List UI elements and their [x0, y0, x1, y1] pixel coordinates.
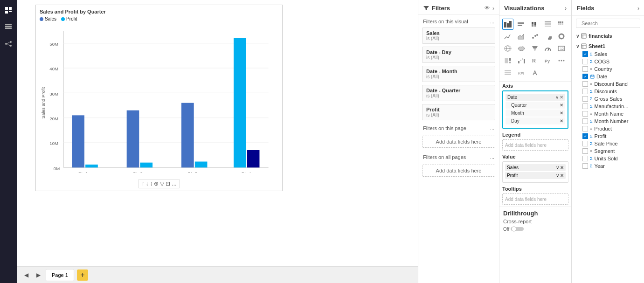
field-checkbox-year[interactable] — [582, 163, 588, 169]
axis-day-remove[interactable]: ✕ — [560, 118, 563, 124]
field-checkbox-sale-price[interactable] — [582, 141, 588, 146]
viz-expand-icon[interactable]: › — [565, 5, 567, 12]
axis-quarter-remove[interactable]: ✕ — [560, 103, 563, 108]
value-sales-dropdown[interactable]: ∨ — [556, 165, 559, 170]
viz-gauge-icon[interactable] — [542, 43, 554, 54]
field-item-date[interactable]: ✓ Date — [572, 73, 644, 80]
viz-pie-chart-icon[interactable] — [542, 31, 554, 42]
filter-allpages-more[interactable]: ... — [490, 154, 494, 160]
field-group-sheet1-header[interactable]: ∨ Sheet1 — [572, 42, 644, 50]
filter-visual-more[interactable]: ... — [490, 19, 494, 24]
report-view-icon[interactable] — [2, 4, 15, 17]
axis-date-field[interactable]: Date ∨ ✕ — [506, 94, 565, 101]
toggle-switch[interactable] — [511, 226, 524, 232]
filter-date-quarter[interactable]: Date - Quarter is (All) — [422, 85, 495, 101]
toolbar-down[interactable]: ↓ — [145, 180, 148, 187]
filter-page-more[interactable]: ... — [490, 125, 494, 131]
field-checkbox-month-number[interactable] — [582, 118, 588, 124]
page-tab[interactable]: Page 1 — [46, 269, 74, 281]
field-item-manufacturing[interactable]: Σ Manufacturin... — [572, 103, 644, 110]
field-checkbox-cogs[interactable] — [582, 59, 588, 64]
axis-date-remove[interactable]: ✕ — [560, 95, 563, 100]
toggle-off[interactable]: Off — [503, 226, 524, 232]
field-checkbox-month-name[interactable] — [582, 111, 588, 117]
field-checkbox-date[interactable]: ✓ — [582, 74, 588, 79]
field-checkbox-discounts[interactable] — [582, 89, 588, 94]
value-sales-field[interactable]: Sales ∨ ✕ — [505, 164, 566, 171]
field-checkbox-profit[interactable]: ✓ — [582, 133, 588, 139]
field-item-units-sold[interactable]: Σ Units Sold — [572, 155, 644, 162]
field-checkbox-gross-sales[interactable] — [582, 96, 588, 102]
model-view-icon[interactable] — [2, 37, 15, 50]
field-checkbox-discount-band[interactable] — [582, 81, 588, 87]
field-item-profit[interactable]: ✓ Σ Profit — [572, 132, 644, 140]
viz-map-icon[interactable] — [502, 43, 513, 54]
data-view-icon[interactable] — [2, 21, 15, 34]
field-group-financials-header[interactable]: ∨ financials — [572, 32, 644, 40]
toolbar-expand[interactable]: ↕ — [150, 180, 152, 187]
field-item-discounts[interactable]: Σ Discounts — [572, 88, 644, 95]
viz-donut-chart-icon[interactable] — [556, 31, 567, 42]
field-item-year[interactable]: Σ Year — [572, 162, 644, 170]
viz-scatter-icon[interactable] — [529, 31, 540, 42]
page-add-btn[interactable]: + — [77, 269, 88, 281]
field-item-segment[interactable]: ≡ Segment — [572, 147, 644, 155]
filter-allpages-add-btn[interactable]: Add data fields here — [422, 165, 495, 177]
filter-sales[interactable]: Sales is (All) — [422, 28, 495, 44]
viz-r-icon[interactable]: R — [529, 55, 540, 66]
field-item-cogs[interactable]: Σ COGS — [572, 58, 644, 65]
filter-date-month[interactable]: Date - Month is (All) — [422, 66, 495, 82]
field-item-discount-band[interactable]: ≡ Discount Band — [572, 80, 644, 88]
viz-bar-chart-icon[interactable] — [516, 19, 527, 30]
field-item-month-name[interactable]: ≡ Month Name — [572, 110, 644, 117]
viz-treemap-icon[interactable] — [502, 55, 513, 66]
viz-table-icon[interactable] — [542, 19, 554, 30]
legend-box[interactable]: Add data fields here — [502, 139, 568, 151]
page-prev-btn[interactable]: ◀ — [21, 270, 31, 280]
field-checkbox-sales[interactable]: ✓ — [582, 51, 588, 57]
field-item-month-number[interactable]: Σ Month Number — [572, 117, 644, 125]
field-checkbox-segment[interactable] — [582, 148, 588, 154]
viz-more-icon[interactable] — [556, 55, 567, 66]
report-canvas[interactable]: Sales and Profit by Quarter Sales Profit… — [17, 0, 418, 266]
value-profit-field[interactable]: Profit ∨ ✕ — [505, 172, 566, 179]
axis-month-remove[interactable]: ✕ — [560, 110, 563, 116]
viz-filled-map-icon[interactable] — [516, 43, 527, 54]
viz-card-icon[interactable]: 123 — [556, 43, 567, 54]
viz-100-bar-icon[interactable] — [529, 19, 540, 30]
field-item-sale-price[interactable]: Σ Sale Price — [572, 140, 644, 147]
toolbar-drill[interactable]: ⊕ — [154, 180, 159, 187]
value-sales-remove[interactable]: ✕ — [560, 165, 564, 170]
viz-stacked-bar-icon[interactable] — [502, 19, 513, 30]
page-next-btn[interactable]: ▶ — [34, 270, 43, 280]
value-profit-dropdown[interactable]: ∨ — [556, 173, 559, 178]
filters-eye-icon[interactable]: 👁 — [485, 5, 490, 12]
value-profit-remove[interactable]: ✕ — [560, 173, 564, 178]
viz-matrix-icon[interactable] — [556, 19, 567, 30]
axis-day-field[interactable]: Day ✕ — [506, 117, 565, 124]
viz-smart-icon[interactable] — [529, 67, 540, 78]
viz-waterfall-icon[interactable] — [516, 55, 527, 66]
viz-slicer-icon[interactable] — [502, 67, 513, 78]
viz-funnel-icon[interactable] — [529, 43, 540, 54]
toolbar-focus[interactable]: ⊡ — [166, 180, 170, 187]
field-item-gross-sales[interactable]: Σ Gross Sales — [572, 95, 644, 103]
filter-page-add-btn[interactable]: Add data fields here — [422, 136, 495, 148]
tooltips-box[interactable]: Add data fields here — [502, 193, 568, 205]
toolbar-filter[interactable]: ▽ — [160, 180, 164, 187]
field-checkbox-units-sold[interactable] — [582, 156, 588, 161]
axis-month-field[interactable]: Month ✕ — [506, 110, 565, 117]
fields-expand-icon[interactable]: › — [637, 5, 639, 12]
field-checkbox-manufacturing[interactable] — [582, 104, 588, 109]
field-item-sales[interactable]: ✓ Σ Sales — [572, 50, 644, 58]
filter-profit[interactable]: Profit is (All) — [422, 104, 495, 120]
viz-py-icon[interactable]: Py — [542, 55, 554, 66]
filter-date-day[interactable]: Date - Day is (All) — [422, 47, 495, 63]
field-item-product[interactable]: ≡ Product — [572, 125, 644, 132]
viz-area-chart-icon[interactable] — [516, 31, 527, 42]
chart-container[interactable]: Sales and Profit by Quarter Sales Profit… — [35, 5, 283, 191]
field-checkbox-country[interactable] — [582, 66, 588, 72]
fields-search-input[interactable] — [582, 21, 644, 26]
toolbar-more[interactable]: ... — [172, 180, 176, 187]
viz-line-chart-icon[interactable] — [502, 31, 513, 42]
